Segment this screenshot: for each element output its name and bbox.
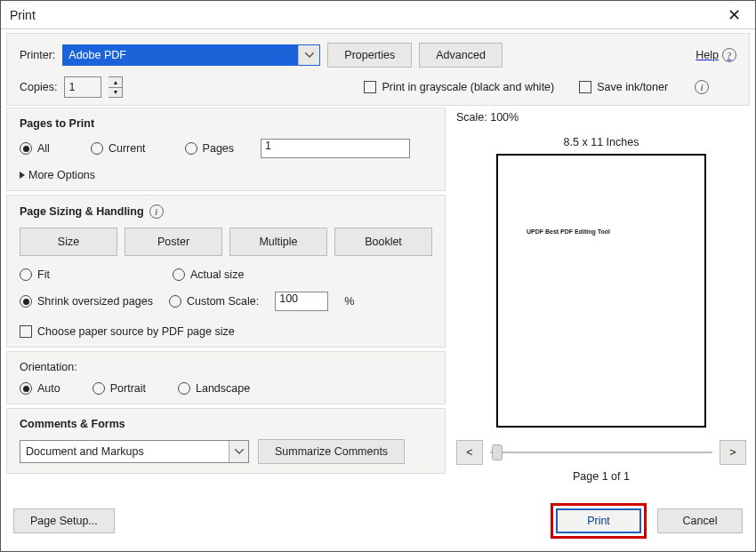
pages-title: Pages to Print	[20, 117, 432, 130]
tab-size[interactable]: Size	[20, 228, 117, 256]
checkbox-icon	[20, 325, 32, 338]
spinner-down-icon[interactable]: ▼	[109, 88, 122, 98]
cancel-button[interactable]: Cancel	[657, 508, 743, 533]
printer-label: Printer:	[20, 49, 55, 61]
next-page-button[interactable]: >	[720, 440, 746, 465]
radio-icon	[92, 382, 105, 395]
pages-input[interactable]: 1	[261, 139, 410, 158]
radio-icon	[20, 382, 32, 395]
help-link[interactable]: Help ?	[696, 48, 736, 62]
prev-page-button[interactable]: <	[456, 440, 483, 465]
radio-landscape[interactable]: Landscape	[178, 382, 250, 395]
copies-label: Copies:	[20, 81, 57, 93]
radio-icon	[20, 295, 32, 308]
orientation-title: Orientation:	[20, 361, 432, 373]
preview-content-text: UPDF Best PDF Editing Tool	[527, 228, 610, 235]
grayscale-label: Print in grayscale (black and white)	[382, 81, 554, 93]
comments-select[interactable]: Document and Markups	[20, 440, 249, 463]
orientation-panel: Orientation: Auto Portrait Landscape	[6, 351, 446, 404]
custom-scale-input[interactable]: 100	[275, 292, 328, 311]
radio-auto[interactable]: Auto	[20, 382, 60, 395]
page-counter: Page 1 of 1	[456, 470, 746, 483]
paper-source-checkbox[interactable]: Choose paper source by PDF page size	[20, 325, 432, 338]
print-button[interactable]: Print	[556, 508, 641, 533]
advanced-button[interactable]: Advanced	[419, 43, 503, 68]
radio-icon	[185, 142, 197, 155]
dialog-title: Print	[10, 8, 36, 22]
tab-booklet[interactable]: Booklet	[334, 228, 432, 256]
preview-panel: Scale: 100% 8.5 x 11 Inches UPDF Best PD…	[451, 108, 750, 489]
chevron-down-icon[interactable]	[229, 441, 248, 462]
page-preview: UPDF Best PDF Editing Tool	[496, 154, 706, 428]
help-label: Help	[696, 49, 719, 61]
pages-to-print-panel: Pages to Print All Current Pages 1 More …	[6, 108, 446, 191]
radio-custom-scale[interactable]: Custom Scale:	[169, 295, 259, 308]
radio-icon	[91, 142, 103, 155]
print-dialog: Print ✕ Printer: Adobe PDF Properties Ad…	[0, 0, 756, 552]
sizing-title: Page Sizing & Handling i	[20, 204, 432, 219]
slider-thumb[interactable]	[492, 444, 503, 460]
comments-forms-panel: Comments & Forms Document and Markups Su…	[6, 408, 446, 474]
summarize-comments-button[interactable]: Summarize Comments	[258, 439, 405, 464]
spinner-up-icon[interactable]: ▲	[109, 77, 122, 88]
more-options-toggle[interactable]: More Options	[20, 169, 432, 181]
dialog-footer: Page Setup... Print Cancel	[1, 494, 755, 551]
scale-label: Scale: 100%	[456, 111, 746, 124]
page-slider[interactable]	[490, 452, 712, 453]
titlebar: Print ✕	[1, 1, 755, 29]
radio-current[interactable]: Current	[91, 142, 146, 155]
grayscale-checkbox[interactable]: Print in grayscale (black and white)	[364, 81, 554, 93]
printer-value: Adobe PDF	[68, 49, 126, 61]
percent-label: %	[344, 295, 354, 308]
radio-fit[interactable]: Fit	[20, 268, 50, 281]
properties-button[interactable]: Properties	[327, 43, 412, 68]
saveink-label: Save ink/toner	[597, 81, 668, 93]
radio-actual-size[interactable]: Actual size	[173, 268, 244, 281]
radio-shrink[interactable]: Shrink oversized pages	[20, 295, 153, 308]
radio-all[interactable]: All	[20, 142, 50, 155]
copies-spinner[interactable]: ▲ ▼	[109, 76, 123, 98]
page-sizing-panel: Page Sizing & Handling i Size Poster Mul…	[6, 195, 446, 348]
close-icon[interactable]: ✕	[722, 4, 746, 27]
radio-portrait[interactable]: Portrait	[92, 382, 146, 395]
help-icon: ?	[722, 48, 736, 62]
printer-select[interactable]: Adobe PDF	[62, 44, 320, 66]
checkbox-icon	[579, 81, 591, 93]
radio-icon	[178, 382, 190, 395]
checkbox-icon	[364, 81, 376, 93]
print-highlight: Print	[551, 503, 647, 539]
tab-poster[interactable]: Poster	[125, 228, 222, 256]
comments-title: Comments & Forms	[20, 418, 432, 430]
radio-icon	[20, 268, 32, 281]
printer-toolbar: Printer: Adobe PDF Properties Advanced H…	[6, 33, 750, 106]
radio-pages[interactable]: Pages	[185, 142, 234, 155]
triangle-right-icon	[20, 172, 25, 179]
info-icon[interactable]: i	[695, 80, 709, 94]
radio-icon	[20, 142, 32, 155]
page-setup-button[interactable]: Page Setup...	[13, 508, 115, 533]
paper-size-label: 8.5 x 11 Inches	[456, 136, 746, 148]
radio-icon	[169, 295, 181, 308]
radio-icon	[173, 268, 185, 281]
saveink-checkbox[interactable]: Save ink/toner	[579, 81, 668, 93]
chevron-down-icon[interactable]	[298, 45, 319, 65]
info-icon[interactable]: i	[149, 204, 164, 219]
copies-input[interactable]: 1	[64, 76, 101, 98]
tab-multiple[interactable]: Multiple	[229, 228, 327, 256]
